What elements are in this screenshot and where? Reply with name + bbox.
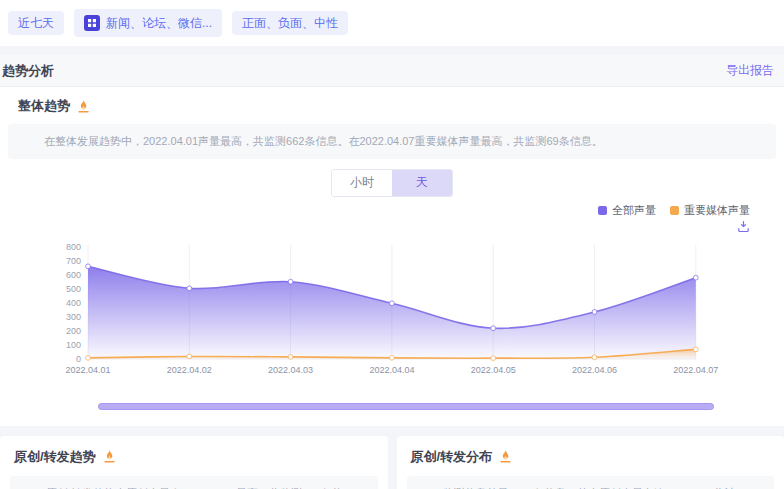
filter-chip-sentiment[interactable]: 正面、负面、中性 — [232, 11, 348, 35]
svg-text:200: 200 — [66, 326, 81, 336]
svg-text:500: 500 — [66, 284, 81, 294]
hot-flame-icon — [76, 99, 91, 114]
svg-text:2022.04.04: 2022.04.04 — [369, 365, 414, 375]
legend-item-media-volume[interactable]: 重要媒体声量 — [670, 203, 750, 218]
filter-chip-label: 近七天 — [18, 17, 54, 29]
legend-item-all-volume[interactable]: 全部声量 — [598, 203, 656, 218]
original-repost-distribution-summary: 监测信息总量3294条信息，其中原创声量占比66.45%，共计2189条信息；转… — [407, 476, 775, 489]
svg-text:700: 700 — [66, 256, 81, 266]
channel-icon — [84, 15, 100, 31]
datazoom-slider-thumb[interactable] — [98, 403, 714, 410]
filter-chip-date-range[interactable]: 近七天 — [8, 11, 64, 35]
overall-trend-title: 整体趋势 — [18, 97, 70, 115]
original-repost-distribution-card: 原创/转发分布 监测信息总量3294条信息，其中原创声量占比66.45%，共计2… — [397, 436, 784, 489]
svg-text:2022.04.02: 2022.04.02 — [167, 365, 212, 375]
legend-swatch — [598, 206, 607, 215]
hot-flame-icon — [102, 449, 117, 464]
bottom-cards-row: 原创/转发趋势 原创/转发趋势中原创声量在2022.04.01最高，共监测510… — [0, 436, 784, 489]
chart-legend: 全部声量 重要媒体声量 — [8, 203, 750, 218]
svg-text:2022.04.07: 2022.04.07 — [673, 365, 718, 375]
hot-flame-icon — [498, 449, 513, 464]
granularity-day-button[interactable]: 天 — [392, 170, 452, 196]
overall-trend-summary: 在整体发展趋势中，2022.04.01声量最高，共监测662条信息。在2022.… — [8, 124, 776, 159]
legend-swatch — [670, 206, 679, 215]
filter-chip-sources[interactable]: 新闻、论坛、微信... — [74, 9, 222, 37]
granularity-hour-button[interactable]: 小时 — [332, 170, 392, 196]
trend-chart[interactable]: 01002003004005006007008002022.04.012022.… — [8, 233, 776, 383]
overall-trend-card: 整体趋势 在整体发展趋势中，2022.04.01声量最高，共监测662条信息。在… — [0, 87, 784, 426]
trend-chart-container: 01002003004005006007008002022.04.012022.… — [8, 233, 776, 387]
svg-text:300: 300 — [66, 312, 81, 322]
svg-text:0: 0 — [76, 354, 81, 364]
datazoom-slider[interactable] — [98, 403, 714, 410]
svg-text:2022.04.03: 2022.04.03 — [268, 365, 313, 375]
page-title: 趋势分析 — [2, 62, 54, 80]
svg-text:2022.04.05: 2022.04.05 — [471, 365, 516, 375]
section-header: 趋势分析 导出报告 — [0, 55, 784, 87]
original-repost-trend-title: 原创/转发趋势 — [14, 448, 96, 466]
svg-text:2022.04.06: 2022.04.06 — [572, 365, 617, 375]
filter-chip-label: 新闻、论坛、微信... — [106, 17, 212, 29]
filter-chip-label: 正面、负面、中性 — [242, 17, 338, 29]
filter-toolbar: 近七天 新闻、论坛、微信... 正面、负面、中性 — [0, 0, 784, 46]
svg-text:400: 400 — [66, 298, 81, 308]
granularity-toggle: 小时 天 — [331, 169, 453, 197]
original-repost-trend-card: 原创/转发趋势 原创/转发趋势中原创声量在2022.04.01最高，共监测510… — [0, 436, 388, 489]
legend-label: 重要媒体声量 — [684, 203, 750, 218]
original-repost-trend-summary: 原创/转发趋势中原创声量在2022.04.01最高，共监测510条信息；转发声量… — [10, 476, 378, 489]
legend-label: 全部声量 — [612, 203, 656, 218]
svg-text:100: 100 — [66, 340, 81, 350]
svg-text:2022.04.01: 2022.04.01 — [65, 365, 110, 375]
svg-text:800: 800 — [66, 242, 81, 252]
chart-download-icon[interactable] — [737, 220, 750, 233]
original-repost-distribution-title: 原创/转发分布 — [411, 448, 493, 466]
export-report-link[interactable]: 导出报告 — [726, 62, 774, 79]
svg-text:600: 600 — [66, 270, 81, 280]
